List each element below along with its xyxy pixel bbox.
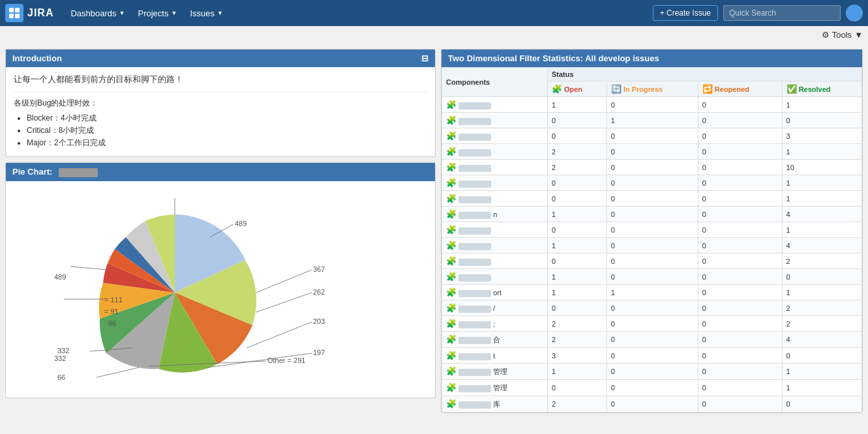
- inprogress-cell: 0: [606, 238, 698, 253]
- reopened-cell: 0: [698, 207, 782, 222]
- pie-chart-title: Pie Chart:: [12, 167, 98, 177]
- component-text: 管理: [493, 384, 507, 392]
- component-cell: 🧩: [442, 269, 548, 285]
- left-column: Introduction ⊟ 让每一个人都能看到前方的目标和脚下的路！ 各级别B…: [5, 49, 436, 413]
- logo-text: JIRA: [27, 7, 53, 19]
- avatar[interactable]: [846, 5, 863, 22]
- svg-rect-2: [9, 14, 14, 18]
- tools-bar: ⚙ Tools ▼: [0, 26, 868, 44]
- logo: JIRA: [5, 4, 53, 22]
- issues-menu[interactable]: Issues ▼: [183, 0, 230, 26]
- filter-table-panel: Two Dimensional Filter Statistics: All d…: [441, 49, 863, 413]
- component-icon: 🧩: [446, 115, 456, 125]
- label-other: Other = 291: [267, 356, 305, 364]
- component-blurred: [458, 274, 491, 282]
- inprogress-cell: 0: [606, 300, 698, 316]
- create-issue-button[interactable]: + Create Issue: [653, 5, 718, 21]
- open-cell: 2: [547, 160, 606, 175]
- inprogress-cell: 0: [606, 348, 698, 364]
- component-icon: 🧩: [446, 256, 456, 266]
- table-row: 🧩 0002: [442, 253, 862, 269]
- component-cell: 🧩: [442, 253, 548, 269]
- intro-panel: Introduction ⊟ 让每一个人都能看到前方的目标和脚下的路！ 各级别B…: [5, 49, 436, 157]
- component-cell: 🧩: [442, 144, 548, 160]
- component-cell: 🧩: [442, 222, 548, 238]
- projects-menu[interactable]: Projects ▼: [131, 0, 183, 26]
- list-item: Critical：8小时完成: [27, 125, 427, 136]
- component-cell: 🧩 n: [442, 207, 548, 222]
- component-blurred: [458, 353, 491, 360]
- open-cell: 0: [547, 128, 606, 144]
- table-row: 🧩 ort1101: [442, 285, 862, 300]
- open-cell: 2: [547, 316, 606, 332]
- navbar: JIRA Dashboards ▼ Projects ▼ Issues ▼ + …: [0, 0, 868, 26]
- component-icon: 🧩: [446, 225, 456, 235]
- resolved-icon: ✅: [786, 84, 797, 94]
- component-cell: 🧩 管理: [442, 364, 548, 380]
- component-blurred: [458, 134, 491, 141]
- components-header: Components: [442, 68, 548, 97]
- pie-chart-header: Pie Chart:: [6, 163, 435, 181]
- component-icon: 🧩: [446, 272, 456, 282]
- table-row: 🧩 1000: [442, 269, 862, 285]
- component-text: n: [493, 210, 497, 218]
- table-row: 🧩 合2004: [442, 332, 862, 348]
- divider: [14, 92, 427, 93]
- filter-table-title: Two Dimensional Filter Statistics: All d…: [448, 53, 659, 63]
- component-cell: 🧩 ;: [442, 316, 548, 332]
- component-icon: 🧩: [446, 209, 456, 219]
- component-blurred: [458, 227, 491, 235]
- reopened-cell: 0: [698, 128, 782, 144]
- inprogress-cell: 0: [606, 364, 698, 380]
- component-cell: 🧩: [442, 160, 548, 175]
- bug-list: Blocker：4小时完成 Critical：8小时完成 Major：2个工作日…: [14, 113, 427, 149]
- open-cell: 1: [547, 207, 606, 222]
- open-header: 🧩 Open: [547, 81, 606, 97]
- svg-line-6: [256, 293, 312, 312]
- component-icon: 🧩: [446, 366, 456, 376]
- resolved-cell: 0: [782, 396, 861, 412]
- inprogress-cell: 0: [606, 332, 698, 348]
- table-row: 🧩 0001: [442, 191, 862, 207]
- resolved-cell: 1: [782, 191, 861, 207]
- label-86: 86: [108, 319, 116, 327]
- component-icon: 🧩: [446, 334, 456, 344]
- resolved-cell: 2: [782, 300, 861, 316]
- dashboards-menu[interactable]: Dashboards ▼: [64, 0, 131, 26]
- open-cell: 3: [547, 348, 606, 364]
- pie-chart-svg: 489 367 262 203 197: [31, 192, 410, 387]
- quick-search-input[interactable]: [723, 5, 841, 21]
- component-icon: 🧩: [446, 303, 456, 313]
- reopened-cell: 0: [698, 380, 782, 396]
- inprogress-cell: 0: [606, 207, 698, 222]
- open-cell: 2: [547, 144, 606, 160]
- component-cell: 🧩: [442, 238, 548, 253]
- filter-table-body: Components Status 🧩 Open: [441, 67, 862, 412]
- component-icon: 🧩: [446, 147, 456, 156]
- inprogress-header: 🔄 In Progress: [606, 81, 698, 97]
- label-91: = 91: [104, 308, 119, 315]
- resolved-cell: 4: [782, 238, 861, 253]
- table-row: 🧩 库2000: [442, 396, 862, 412]
- reopened-cell: 0: [698, 285, 782, 300]
- component-icon: 🧩: [446, 178, 456, 188]
- label-66: 66: [57, 373, 65, 381]
- reopened-cell: 0: [698, 364, 782, 380]
- table-row: 🧩 0001: [442, 222, 862, 238]
- component-cell: 🧩 t: [442, 348, 548, 364]
- table-row: 🧩 管理0001: [442, 380, 862, 396]
- open-cell: 0: [547, 175, 606, 191]
- open-cell: 0: [547, 113, 606, 128]
- component-cell: 🧩 /: [442, 300, 548, 316]
- resolved-cell: 10: [782, 160, 861, 175]
- reopened-cell: 0: [698, 97, 782, 113]
- resolved-header: ✅ Resolved: [782, 81, 861, 97]
- svg-rect-1: [15, 8, 20, 12]
- tools-button[interactable]: ⚙ Tools ▼: [822, 30, 863, 40]
- collapse-icon[interactable]: ⊟: [421, 53, 428, 63]
- resolved-cell: 3: [782, 128, 861, 144]
- reopened-cell: 0: [698, 253, 782, 269]
- reopened-cell: 0: [698, 332, 782, 348]
- resolved-cell: 1: [782, 97, 861, 113]
- component-text: ;: [493, 320, 495, 328]
